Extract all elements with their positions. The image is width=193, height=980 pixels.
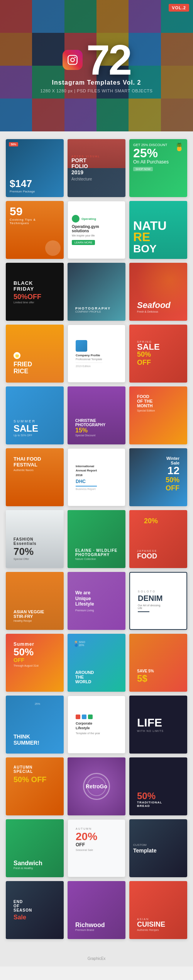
template-card-t12[interactable]: SPRING SALE 50%OFF	[129, 325, 187, 383]
boy-text: BOY	[133, 243, 167, 255]
template-card-t32[interactable]: RetroGo	[68, 757, 125, 815]
template-card-t11[interactable]: Company Profile Professional Template 20…	[68, 325, 125, 383]
nature-text: NATURE	[133, 220, 167, 243]
template-card-t7[interactable]: BLACKFRIDAY 50%OFF Limited time offer	[6, 263, 64, 321]
template-card-t33[interactable]: 50% TRADITIONALBREAD	[129, 757, 187, 815]
template-card-t2[interactable]: ARTES VISUAL PORTFOLIO2019 Architecture	[68, 139, 125, 197]
template-card-t4[interactable]: 59 Cooking Tips &Techniques	[6, 201, 64, 259]
template-card-t22[interactable]: ASIAN VEGGIESTIR-FRY Healthy Recipe	[6, 572, 64, 630]
template-card-t36[interactable]: CUSTOM Template	[129, 819, 187, 877]
denim-brand: SOLOTO	[138, 590, 163, 593]
autumn-20-label: AUTUMN	[76, 827, 97, 830]
template-card-t14[interactable]: CHRISTINEPHOTOGRAPHY 15% Special Discoun…	[68, 386, 125, 444]
asian-cuisine-label: ASIAN	[137, 918, 165, 920]
template-card-t13[interactable]: SUMMER SALE Up to 50% OFF	[6, 386, 64, 444]
food-month-title: FOODOF THEMONTH	[137, 394, 155, 408]
template-card-t21[interactable]: 20% JAPANESE FOOD	[129, 510, 187, 568]
template-card-t35[interactable]: AUTUMN 20% OFF Seasonal Sale	[68, 819, 125, 877]
end-season-title: ENDOFSEASON	[14, 900, 32, 912]
svg-rect-0	[68, 55, 77, 64]
hero-subtitle: Instagram Templates Vol. 2	[52, 79, 141, 86]
template-card-t39[interactable]: ASIAN CUISINE Authentic Recipes	[129, 881, 187, 939]
denim-title: DENIM	[138, 594, 163, 603]
sandwich-title: Sandwich	[14, 860, 42, 867]
around-world-title: AROUNDTHEWORLD	[75, 670, 94, 684]
corporate-title: CorporateLifestyle	[76, 721, 100, 730]
food-month-sub: Special Edition	[137, 409, 155, 412]
template-card-t38[interactable]: Richwood Premium Brand	[68, 881, 125, 939]
grid-row-6: THAI FOODFestival Authentic flavors Inte…	[6, 448, 187, 506]
blackday-pct: 50%OFF	[14, 293, 41, 301]
winter-sale-title: WinterSale	[166, 456, 179, 465]
grid-row-1: 50% $147 Premium Package ARTES VISUAL PO…	[6, 139, 187, 197]
template-card-t25[interactable]: Summer 50% OFF Through August 31st	[6, 634, 64, 692]
sale-dark-title: SALE	[137, 343, 160, 351]
grid-row-12: Sandwich Fresh & Healthy AUTUMN 20% OFF …	[6, 819, 187, 877]
template-card-t1[interactable]: 50% $147 Premium Package	[6, 139, 64, 197]
autumn-20-pct: 20%	[76, 831, 97, 842]
hero-details: 1280 X 1280 px | PSD FILES WITH SMART OB…	[41, 88, 153, 93]
blackday-title: BLACKFRIDAY	[14, 280, 41, 292]
template-card-t5[interactable]: Operating Operating.gymsolutions We insp…	[68, 201, 125, 259]
template-card-t18[interactable]: WinterSale 12 50%OFF	[129, 448, 187, 506]
winter-num: 12	[168, 465, 179, 476]
fashion-label: FASHIONEssentials	[14, 537, 36, 546]
footer-watermark: GraphicEx	[0, 951, 193, 966]
template-card-t30[interactable]: LIFE WITH NO LIMITS	[129, 696, 187, 754]
template-card-t23[interactable]: We areUniqueLifestyle Premium Living	[68, 572, 125, 630]
hero-number: 72	[86, 39, 130, 81]
autumn-special-pct: 50% OFF	[14, 775, 47, 784]
japanese-food-title: FOOD	[137, 552, 157, 560]
stir-fry-title: ASIAN VEGGIESTIR-FRY	[14, 609, 44, 619]
template-card-t34[interactable]: Sandwich Fresh & Healthy	[6, 819, 64, 877]
corporate-sub: Template of the year	[76, 732, 100, 735]
template-card-t6[interactable]: NATURE BOY	[129, 201, 187, 259]
template-card-t3[interactable]: 🍍 GET 25% DISCOUNT 25% On All Purchases …	[129, 139, 187, 197]
denim-sub: Our Art of dressingLife	[138, 604, 163, 609]
discount-off: On All Purchases	[133, 159, 169, 165]
template-card-t9[interactable]: Seafood Fresh & Delicious	[129, 263, 187, 321]
japanese-food-label: JAPANESE	[137, 550, 157, 552]
save-food-title: SAVE 5%	[137, 669, 154, 673]
grid-row-2: 59 Cooking Tips &Techniques Operating Op…	[6, 201, 187, 259]
template-card-t10[interactable]: 🌟 FRIEDRICE	[6, 325, 64, 383]
sale-dark-off: 50%OFF	[137, 350, 160, 367]
template-card-t27[interactable]: SAVE 5% 5$	[129, 634, 187, 692]
company-title: Company Profile	[76, 354, 102, 357]
summer-season: SUMMER	[14, 419, 38, 423]
template-card-t29[interactable]: CorporateLifestyle Template of the year	[68, 696, 125, 754]
template-card-t16[interactable]: THAI FOODFestival Authentic flavors	[6, 448, 64, 506]
grid-row-7: FASHIONEssentials 70% Special Offer ELAI…	[6, 510, 187, 568]
traditional-title: TRADITIONALBREAD	[137, 801, 162, 808]
photography-title: PHOTOGRAPHY	[75, 306, 111, 310]
grid-row-8: ASIAN VEGGIESTIR-FRY Healthy Recipe We a…	[6, 572, 187, 630]
template-card-t17[interactable]: InternationalAnnual Report2018 DHC Busin…	[68, 448, 125, 506]
summer-50-off: OFF	[14, 657, 39, 663]
fashion-pct: 70%	[14, 546, 36, 558]
operating-btn[interactable]: LEARN MORE	[72, 240, 95, 245]
template-card-t31[interactable]: AUTUMNSPECIAL 50% OFF	[6, 757, 64, 815]
template-card-t20[interactable]: ELAINE · WILDLIFEPHOTOGRAPHY Nature Coll…	[68, 510, 125, 568]
grid-row-10: 25% THINKSUMMER! CorporateLifestyle Temp…	[6, 696, 187, 754]
portfolio-year: Architecture	[71, 177, 92, 181]
template-card-t37[interactable]: ENDOFSEASON Sale	[6, 881, 64, 939]
template-card-t28[interactable]: 25% THINKSUMMER!	[6, 696, 64, 754]
templates-grid: 50% $147 Premium Package ARTES VISUAL PO…	[0, 131, 193, 951]
grid-row-3: BLACKFRIDAY 50%OFF Limited time offer PH…	[6, 263, 187, 321]
template-card-t15[interactable]: FOODOF THEMONTH Special Edition	[129, 386, 187, 444]
summer-50-pct: 50%	[14, 647, 39, 657]
annual-company: DHC	[76, 479, 97, 484]
autumn-special-title: AUTUMNSPECIAL	[14, 765, 47, 774]
instagram-logo	[63, 50, 83, 70]
template-card-t26[interactable]: 🎰 SISO 🔵 20% AROUNDTHEWORLD	[68, 634, 125, 692]
template-card-t8[interactable]: PHOTOGRAPHY COMPANY PROFILE	[68, 263, 125, 321]
discount-pct: 25%	[133, 147, 158, 159]
template-card-t19[interactable]: FASHIONEssentials 70% Special Offer	[6, 510, 64, 568]
friedrice-title: FRIEDRICE	[14, 361, 32, 375]
winter-pct: 50%OFF	[166, 476, 179, 492]
photography-sub: COMPANY PROFILE	[75, 310, 111, 313]
template-card-t24[interactable]: SOLOTO DENIM Our Art of dressingLife	[129, 572, 187, 630]
annual-report-title: InternationalAnnual Report2018	[76, 464, 97, 477]
portrait-name: CHRISTINEPHOTOGRAPHY	[75, 419, 105, 427]
traditional-pct: 50%	[137, 791, 162, 801]
